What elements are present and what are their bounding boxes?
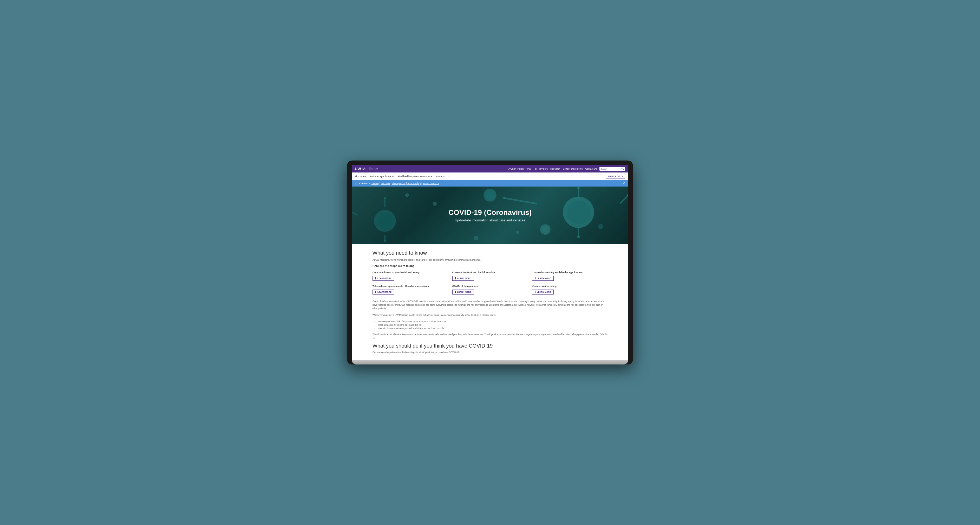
svg-point-22 — [433, 202, 437, 206]
learn-more-therapeutics[interactable]: LEARN MORE — [452, 290, 474, 295]
body-paragraph-2: Whenever you enter a UW Medicine facilit… — [372, 313, 608, 317]
card-vaccine: Current COVID-19 vaccine information. LE… — [452, 271, 528, 281]
hero-section: COVID-19 (Coronavirus) Up-to-date inform… — [352, 187, 628, 244]
alert-vaccines-link[interactable]: Vaccines — [381, 182, 390, 185]
contact-link[interactable]: Contact Us — [585, 168, 597, 170]
alert-bar: ⚠ COVID-19: Testing | Vaccines | Therape… — [352, 180, 628, 187]
research-link[interactable]: Research — [550, 168, 560, 170]
alert-visitor-link[interactable]: Visitor Policy — [407, 182, 421, 185]
top-nav-links: MyChart Patient Portal For Providers Res… — [508, 167, 625, 171]
card-title-3: Telemedicine appointments offered at mor… — [372, 285, 448, 287]
body-paragraph-3: We will continue our efforts to keep eve… — [372, 333, 608, 340]
search-box: 🔍 — [600, 167, 625, 171]
alert-testing-link[interactable]: Testing — [371, 182, 379, 185]
svg-point-11 — [377, 213, 393, 229]
site-logo[interactable]: UW Medicine — [355, 167, 378, 171]
card-telemedicine: Telemedicine appointments offered at mor… — [372, 285, 448, 295]
svg-point-25 — [405, 193, 409, 197]
laptop-container: UW Medicine MyChart Patient Portal For P… — [347, 161, 633, 364]
card-title-0: Our commitment to your health and safety… — [372, 271, 448, 274]
alert-icon: ⚠ — [355, 182, 358, 185]
section-title: What you need to know — [372, 250, 608, 256]
health-resources-link[interactable]: Find health & patient resources ▾ — [398, 175, 432, 178]
school-link[interactable]: School of Medicine — [563, 168, 582, 170]
bullet-item-0: Assume you are at risk of exposure to an… — [378, 320, 608, 323]
health-chevron: ▾ — [431, 176, 432, 177]
svg-point-13 — [384, 197, 386, 199]
top-navigation: UW Medicine MyChart Patient Portal For P… — [352, 165, 628, 172]
want-chevron: ▾ — [448, 176, 449, 177]
card-title-1: Current COVID-19 vaccine information. — [452, 271, 528, 274]
main-navigation: Find care ▾ Make an appointment › Find h… — [352, 172, 628, 180]
alert-postcovid-link[interactable]: Post-COVID-19 — [423, 182, 439, 185]
learn-more-visitor[interactable]: LEARN MORE — [532, 290, 554, 295]
hero-subtitle: Up-to-date information about care and se… — [449, 218, 532, 222]
providers-link[interactable]: For Providers — [534, 168, 548, 170]
cards-grid: Our commitment to your health and safety… — [372, 271, 608, 295]
bullet-item-1: Wear a mask at all times to decrease thi… — [378, 324, 608, 326]
svg-point-26 — [474, 236, 479, 240]
svg-point-15 — [384, 240, 386, 242]
learn-more-commitment[interactable]: LEARN MORE — [372, 276, 395, 281]
card-title-5: Updated visitor policy. — [532, 285, 608, 287]
body-paragraph-1: Due to the Omicron variant, rates of COV… — [372, 300, 608, 310]
svg-line-8 — [620, 195, 628, 204]
main-content: What you need to know At UW Medicine, we… — [352, 244, 628, 360]
alert-content: ⚠ COVID-19: Testing | Vaccines | Therape… — [355, 182, 439, 185]
learn-more-testing[interactable]: LEARN MORE — [532, 276, 554, 281]
card-title-4: COVID-19 therapeutics. — [452, 285, 528, 287]
svg-point-7 — [503, 197, 505, 199]
card-commitment: Our commitment to your health and safety… — [372, 271, 448, 281]
svg-point-1 — [567, 201, 590, 224]
hero-text: COVID-19 (Coronavirus) Up-to-date inform… — [449, 208, 532, 222]
section-text-2: Our team can help determine the best ste… — [372, 351, 608, 354]
svg-point-18 — [485, 190, 495, 200]
svg-point-23 — [516, 231, 519, 234]
card-testing: Coronavirus testing available by appoint… — [532, 271, 608, 281]
alert-therapeutics-link[interactable]: Therapeutics — [392, 182, 406, 185]
card-visitor: Updated visitor policy. LEARN MORE — [532, 285, 608, 295]
search-button[interactable]: 🔍 — [621, 168, 624, 170]
mychart-link[interactable]: MyChart Patient Portal — [508, 168, 531, 170]
laptop-base — [352, 360, 628, 364]
svg-point-21 — [542, 226, 549, 233]
appointment-link[interactable]: Make an appointment › — [371, 175, 394, 178]
alert-text: COVID-19: Testing | Vaccines | Therapeut… — [359, 182, 439, 185]
search-input[interactable] — [600, 168, 621, 170]
svg-point-5 — [577, 236, 580, 238]
learn-more-telemedicine[interactable]: LEARN MORE — [372, 290, 395, 295]
card-title-2: Coronavirus testing available by appoint… — [532, 271, 608, 274]
svg-line-6 — [504, 198, 537, 204]
svg-point-24 — [598, 224, 603, 229]
bullet-item-2: Maintain distance between yourself and o… — [378, 327, 608, 330]
main-nav-links: Find care ▾ Make an appointment › Find h… — [355, 175, 449, 178]
find-care-link[interactable]: Find care ▾ — [355, 175, 366, 178]
find-care-chevron: ▾ — [365, 176, 366, 177]
card-therapeutics: COVID-19 therapeutics. LEARN MORE — [452, 285, 528, 295]
make-gift-button[interactable]: MAKE A GIFT › — [606, 174, 625, 179]
alert-close-button[interactable]: ✕ — [622, 182, 625, 185]
laptop-screen: UW Medicine MyChart Patient Portal For P… — [352, 165, 628, 360]
svg-line-16 — [352, 209, 357, 215]
intro-text: At UW Medicine, we're working to protect… — [372, 259, 608, 261]
steps-heading: Here are the steps we're taking: — [372, 264, 608, 267]
bullet-list: Assume you are at risk of exposure to an… — [378, 320, 608, 330]
appointment-chevron: › — [393, 176, 394, 177]
hero-title: COVID-19 (Coronavirus) — [449, 208, 532, 217]
i-want-to-link[interactable]: I want to... ▾ — [436, 175, 449, 178]
svg-point-3 — [577, 187, 580, 189]
section-title-2: What you should do if you think you have… — [372, 343, 608, 349]
learn-more-vaccine[interactable]: LEARN MORE — [452, 276, 474, 281]
